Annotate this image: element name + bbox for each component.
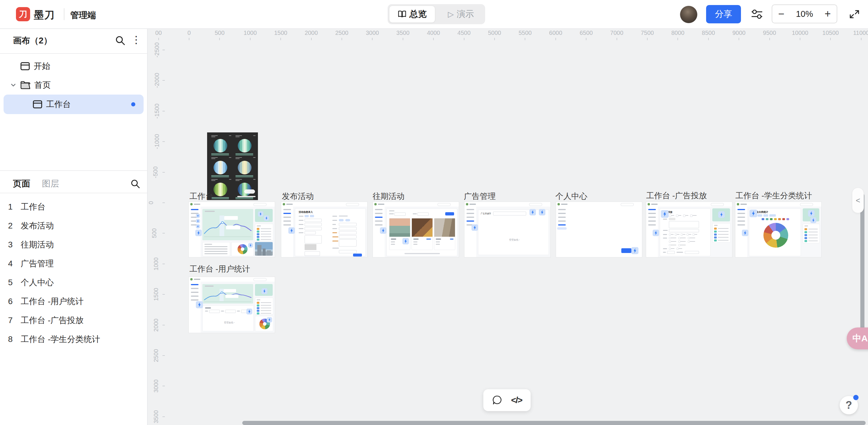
artboard-ad-management[interactable]: 广告关键字 空空如也~ — [464, 202, 550, 257]
zoom-in-button[interactable]: + — [825, 8, 831, 19]
ruler-label: 5500 — [519, 30, 532, 36]
ruler-label: 6500 — [580, 30, 593, 36]
artboard-workbench[interactable] — [189, 202, 275, 257]
ruler-label: 0 — [187, 30, 191, 36]
artboard-label-profile[interactable]: 个人中心 — [555, 191, 587, 202]
page-row-2[interactable]: 2 发布活动 — [0, 216, 147, 235]
code-icon[interactable]: </> — [511, 395, 522, 405]
ruler-label: 00 — [155, 30, 162, 36]
tree-item-start[interactable]: 开始 — [0, 57, 147, 75]
page-row-7[interactable]: 7 工作台 -广告投放 — [0, 311, 147, 330]
ruler-label: 11000 — [853, 30, 868, 36]
ruler-tick — [162, 355, 165, 356]
ruler-tick — [464, 38, 464, 40]
hotspot-bolt-icon — [380, 227, 386, 234]
artboard-label-user-stats[interactable]: 工作台 -用户统计 — [189, 264, 250, 274]
ruler-tick — [162, 80, 165, 81]
hotspot-bolt-icon — [539, 209, 546, 215]
top-bar: 刀 墨刀 管理端 总览 ▷ 演示 分享 − 10% + — [0, 0, 868, 29]
artboard-label-ad-delivery[interactable]: 工作台 -广告投放 — [646, 190, 707, 201]
color-poster-thumbnail[interactable] — [207, 132, 258, 200]
mini-action-button — [621, 248, 631, 253]
artboard-user-stats[interactable]: 空空如也~ — [189, 277, 275, 333]
comment-icon[interactable] — [492, 395, 502, 405]
artboard-past-activities[interactable] — [373, 202, 459, 257]
mini-image-placeholder — [305, 244, 316, 250]
tab-pages[interactable]: 页面 — [13, 178, 30, 190]
fullscreen-icon[interactable] — [848, 8, 860, 20]
ruler-label: 4000 — [427, 30, 440, 36]
ruler-tick — [433, 38, 434, 40]
page-row-4[interactable]: 4 广告管理 — [0, 254, 147, 273]
ruler-tick — [830, 38, 831, 40]
artboard-student-stats[interactable]: 学生分类统计 — [735, 202, 821, 257]
tree-item-home-folder[interactable]: 首页 — [0, 75, 147, 95]
ruler-label: 2500 — [153, 349, 159, 362]
ruler-label: 3000 — [366, 30, 379, 36]
tab-present[interactable]: ▷ 演示 — [438, 6, 484, 23]
poster-gradient-sphere — [210, 157, 232, 177]
page-row-1[interactable]: 1 工作台 — [0, 198, 147, 216]
mini-table-card — [203, 242, 230, 256]
ruler-label: 4500 — [457, 30, 471, 36]
mini-content — [200, 207, 275, 257]
ruler-label: 7500 — [641, 30, 654, 36]
zoom-out-button[interactable]: − — [778, 8, 784, 19]
artboard-ad-delivery[interactable]: 广告投放 — [646, 202, 732, 257]
poster-gradient-sphere — [210, 135, 232, 155]
ruler-tick — [162, 111, 165, 112]
page-row-3[interactable]: 3 往期活动 — [0, 235, 147, 254]
search-icon[interactable] — [115, 35, 126, 46]
avatar[interactable] — [680, 6, 698, 23]
mini-line-chart-panel — [203, 209, 253, 240]
mini-donut-chart-large — [764, 223, 788, 248]
ruler-tick — [162, 294, 165, 295]
chevron-down-icon[interactable] — [10, 82, 17, 88]
right-panel-collapse-handle[interactable]: < — [852, 188, 864, 213]
artboard-label-workbench[interactable]: 工作台 — [189, 191, 213, 202]
page-row-5[interactable]: 5 个人中心 — [0, 273, 147, 292]
search-icon[interactable] — [130, 179, 141, 189]
ruler-tick — [162, 417, 165, 417]
tab-layers[interactable]: 图层 — [42, 178, 59, 190]
mini-activity-card — [389, 218, 410, 250]
zoom-level: 10% — [796, 9, 813, 19]
logo-text: 墨刀 — [34, 8, 55, 22]
share-button[interactable]: 分享 — [706, 5, 741, 23]
mini-mint-card — [255, 209, 273, 222]
mini-donut-card — [231, 242, 254, 256]
ruler-label: 500 — [151, 229, 158, 238]
artboard-label-publish[interactable]: 发布活动 — [282, 191, 314, 202]
ruler-tick — [677, 38, 678, 40]
poster-gradient-sphere — [234, 157, 257, 177]
ruler-tick — [162, 325, 165, 325]
mini-list-card — [803, 224, 820, 243]
tree-item-workbench-selected[interactable]: 工作台 — [4, 95, 144, 114]
vertical-scrollbar[interactable] — [860, 193, 864, 338]
tab-overview[interactable]: 总览 — [389, 6, 435, 23]
translate-button[interactable]: 中A — [847, 328, 868, 350]
vertical-ruler: -2500-2000-1500-1000-5000500100015002000… — [147, 41, 165, 425]
artboard-label-student-stats[interactable]: 工作台 -学生分类统计 — [735, 190, 812, 201]
more-menu-icon[interactable]: ⋮ — [131, 34, 141, 45]
horizontal-scrollbar[interactable] — [242, 421, 866, 425]
artboard-publish-activity[interactable]: 活动信息录入 — [281, 202, 367, 257]
artboard-label-ads[interactable]: 广告管理 — [464, 191, 496, 202]
mockingbot-logo-icon[interactable]: 刀 — [16, 7, 30, 21]
mini-donut-card — [255, 316, 273, 331]
divider — [0, 170, 147, 171]
ruler-label: 5000 — [488, 30, 501, 36]
mini-list-card — [255, 224, 273, 241]
page-row-8[interactable]: 8 工作台 -学生分类统计 — [0, 330, 147, 349]
ruler-tick — [162, 50, 165, 50]
hotspot-bolt-icon — [248, 243, 253, 248]
play-icon: ▷ — [448, 10, 454, 19]
ruler-tick — [219, 38, 220, 40]
artboard-label-past[interactable]: 往期活动 — [373, 191, 404, 202]
ruler-tick — [739, 38, 739, 40]
settings-sliders-icon[interactable] — [750, 8, 764, 21]
hotspot-bolt-icon — [195, 230, 202, 236]
mini-list-card — [255, 298, 273, 315]
artboard-profile-center[interactable] — [556, 202, 642, 257]
page-row-6[interactable]: 6 工作台 -用户统计 — [0, 292, 147, 311]
